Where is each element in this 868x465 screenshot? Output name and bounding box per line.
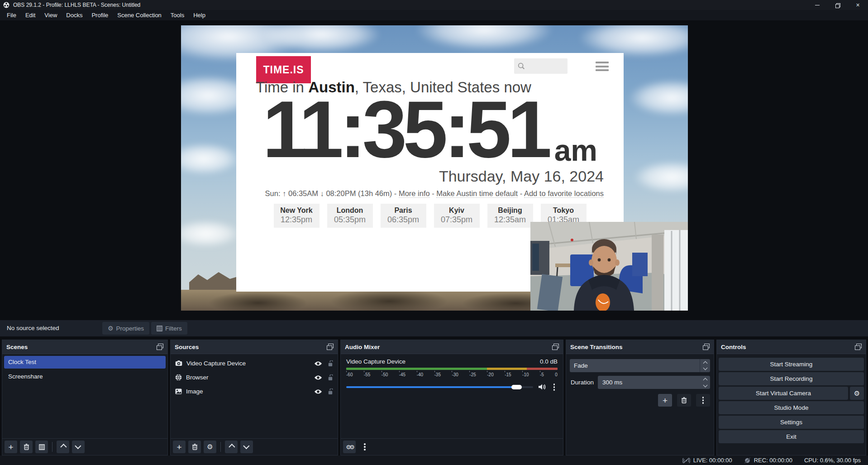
scene-filters-button[interactable]	[35, 441, 48, 453]
window-title: OBS 29.1.2 - Profile: LLHLS BETA - Scene…	[13, 2, 140, 8]
search-input[interactable]	[525, 62, 564, 70]
mixer-channel-name: Video Capture Device	[346, 358, 405, 365]
audio-mixer-header[interactable]: Audio Mixer	[341, 340, 563, 354]
remove-source-button[interactable]	[188, 441, 201, 453]
add-favorite-link[interactable]: Add to favorite locations	[524, 189, 604, 198]
city-time-card[interactable]: Beijing 12:35am	[487, 204, 533, 228]
cloud	[181, 143, 240, 175]
mixer-menu-button[interactable]	[358, 441, 371, 453]
popout-icon[interactable]	[327, 344, 334, 350]
transition-properties-button[interactable]	[696, 394, 710, 407]
move-source-up-button[interactable]	[225, 441, 238, 453]
add-scene-button[interactable]: +	[5, 441, 17, 453]
mixer-channel-menu-button[interactable]	[551, 382, 558, 393]
obs-logo-icon	[3, 2, 10, 8]
tick-label: -30	[452, 372, 458, 377]
restore-button[interactable]	[827, 0, 848, 10]
start-recording-button[interactable]: Start Recording	[719, 372, 864, 385]
city-time-card[interactable]: New York 12:35pm	[274, 204, 320, 228]
source-row-browser[interactable]: Browser	[171, 371, 338, 384]
cloud	[634, 161, 688, 193]
make-default-link[interactable]: Make Austin time default	[436, 189, 518, 198]
speaker-icon[interactable]	[538, 384, 546, 390]
volume-slider-handle[interactable]	[511, 385, 522, 389]
gear-icon: ⚙	[207, 443, 213, 451]
search-box[interactable]	[514, 58, 568, 74]
add-transition-button[interactable]: +	[658, 394, 672, 407]
remove-transition-button[interactable]	[677, 394, 691, 407]
transition-selected-value: Fade	[570, 359, 700, 372]
mixer-toolbar: ⚙⚙	[341, 438, 563, 455]
source-properties-button[interactable]: ⚙	[204, 441, 216, 453]
sources-header[interactable]: Sources	[171, 340, 338, 354]
move-scene-down-button[interactable]	[72, 441, 85, 453]
double-gear-icon: ⚙⚙	[346, 444, 353, 451]
unlock-icon[interactable]	[328, 374, 333, 381]
eye-visible-icon[interactable]	[314, 375, 322, 380]
popout-icon[interactable]	[552, 344, 559, 350]
virtual-camera-settings-button[interactable]: ⚙	[850, 387, 864, 400]
city-time-card[interactable]: Paris 06:35pm	[381, 204, 426, 228]
live-time: LIVE: 00:00:00	[693, 457, 732, 464]
settings-button[interactable]: Settings	[719, 416, 864, 429]
source-row-image[interactable]: Image	[171, 385, 338, 398]
more-info-link[interactable]: More info	[399, 189, 430, 198]
status-bar: LIVE: 00:00:00 REC: 00:00:00 CPU: 0.6%, …	[0, 455, 868, 465]
eye-visible-icon[interactable]	[314, 389, 322, 394]
close-button[interactable]: ×	[848, 0, 868, 10]
toolbar-separator	[52, 442, 52, 452]
city-time-card[interactable]: London 05:35pm	[327, 204, 373, 228]
city-time: 05:35pm	[327, 215, 373, 225]
rec-status: REC: 00:00:00	[744, 457, 792, 464]
start-streaming-button[interactable]: Start Streaming	[719, 358, 864, 371]
cloud	[629, 80, 688, 116]
menu-item[interactable]: Scene Collection	[113, 12, 166, 19]
advanced-audio-button[interactable]: ⚙⚙	[343, 441, 356, 453]
volume-slider[interactable]	[346, 386, 533, 388]
scene-item-clock-test[interactable]: Clock Test	[4, 356, 166, 369]
menu-item[interactable]: Edit	[21, 12, 40, 19]
filters-icon	[39, 444, 45, 450]
filters-button[interactable]: Filters	[151, 322, 187, 335]
properties-button[interactable]: ⚙ Properties	[102, 322, 149, 335]
menu-item[interactable]: Tools	[166, 12, 189, 19]
studio-mode-button[interactable]: Studio Mode	[719, 401, 864, 414]
popout-icon[interactable]	[157, 344, 163, 350]
move-scene-up-button[interactable]	[57, 441, 69, 453]
menu-item[interactable]: Docks	[62, 12, 87, 19]
eye-visible-icon[interactable]	[314, 361, 322, 366]
city-name: Tokyo	[541, 206, 587, 215]
menu-item[interactable]: Profile	[87, 12, 113, 19]
scene-transitions-header[interactable]: Scene Transitions	[566, 340, 714, 354]
minimize-button[interactable]	[807, 0, 827, 10]
spin-arrows[interactable]	[704, 376, 707, 389]
move-source-down-button[interactable]	[240, 441, 253, 453]
record-inactive-icon	[744, 457, 751, 464]
cloud	[579, 25, 688, 57]
add-source-button[interactable]: +	[173, 441, 186, 453]
dock-area: Scenes Clock Test Screenshare +	[0, 340, 868, 455]
cloud	[416, 25, 552, 50]
program-preview[interactable]: TIME.IS Time in Austin, Texas, United St…	[181, 25, 688, 311]
menu-item[interactable]: View	[40, 12, 62, 19]
webcam-overlay[interactable]	[530, 222, 688, 311]
start-virtual-camera-button[interactable]: Start Virtual Camera	[719, 387, 848, 400]
scene-item-screenshare[interactable]: Screenshare	[4, 370, 166, 383]
city-time-card[interactable]: Kyiv 07:35pm	[434, 204, 480, 228]
source-toolbar: No source selected ⚙ Properties Filters	[0, 320, 868, 336]
duration-spinbox[interactable]: 300 ms	[598, 376, 710, 389]
popout-icon[interactable]	[855, 344, 862, 350]
scenes-header[interactable]: Scenes	[2, 340, 167, 354]
hamburger-menu-icon[interactable]	[596, 62, 609, 71]
close-icon: ×	[856, 2, 859, 8]
transition-select[interactable]: Fade	[570, 359, 710, 372]
unlock-icon[interactable]	[328, 360, 333, 367]
menu-item[interactable]: File	[2, 12, 21, 19]
unlock-icon[interactable]	[328, 388, 333, 395]
exit-button[interactable]: Exit	[719, 430, 864, 443]
remove-scene-button[interactable]	[20, 441, 33, 453]
source-row-video-capture[interactable]: Video Capture Device	[171, 357, 338, 370]
popout-icon[interactable]	[703, 344, 710, 350]
controls-header[interactable]: Controls	[717, 340, 866, 354]
menu-item[interactable]: Help	[189, 12, 210, 19]
